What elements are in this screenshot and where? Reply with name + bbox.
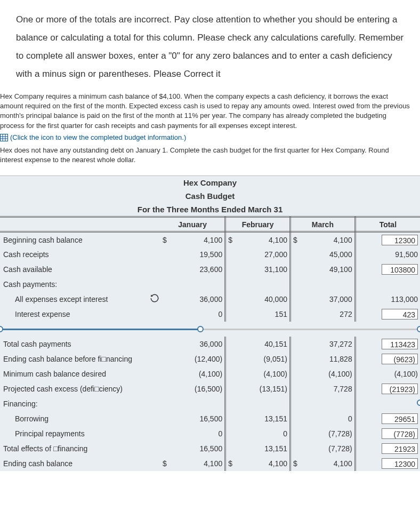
- refresh-icon[interactable]: [150, 293, 159, 303]
- section-slider[interactable]: [0, 325, 420, 333]
- row-principal: Principal repayments 0 0 (7,728) (7728): [0, 426, 420, 441]
- input-proj-total[interactable]: (21923): [382, 384, 418, 394]
- problem-block: Hex Company requires a minimum cash bala…: [0, 92, 420, 165]
- input-tfin-total[interactable]: 21923: [382, 443, 418, 454]
- row-cash-receipts: Cash receipts 19,500 27,000 45,000 91,50…: [0, 247, 420, 262]
- row-interest-expense: Interest expense 0 151 272 423: [0, 307, 420, 322]
- row-all-expenses: All expenses except interest 36,000 40,0…: [0, 292, 420, 307]
- input-end-total[interactable]: 12300: [382, 458, 418, 469]
- col-total: Total: [355, 217, 420, 232]
- row-projected-excess: Projected cash excess (defi□ciency) (16,…: [0, 381, 420, 396]
- slider-knob-icon: [417, 400, 420, 406]
- row-cash-available: Cash available 23,600 31,100 49,100 1038…: [0, 262, 420, 277]
- row-minimum-cash: Minimum cash balance desired (4,100) (4,…: [0, 366, 420, 381]
- row-financing-header: Financing:: [0, 396, 420, 411]
- question-text: One or more of the totals are incorrect.…: [0, 0, 420, 92]
- row-total-financing: Total effects of □financing 16,500 13,15…: [0, 441, 420, 456]
- table-icon: [0, 134, 8, 141]
- input-ebf-total[interactable]: (9623): [382, 354, 418, 364]
- col-january: January: [160, 217, 225, 232]
- input-prin-total[interactable]: (7728): [382, 428, 418, 439]
- input-beg-total[interactable]: 12300: [382, 235, 418, 245]
- row-ending-cash: Ending cash balance $4,100 $4,100 $4,100…: [0, 456, 420, 471]
- problem-p1: Hex Company requires a minimum cash bala…: [0, 92, 411, 131]
- budget-company: Hex Company: [0, 176, 420, 189]
- col-march: March: [290, 217, 355, 232]
- problem-p2: Hex does not have any outstanding debt o…: [0, 146, 411, 165]
- input-avail-total[interactable]: 103800: [382, 264, 418, 275]
- row-borrowing: Borrowing 16,500 13,151 0 29651: [0, 411, 420, 426]
- col-february: February: [225, 217, 290, 232]
- budget-info-link-text: (Click the icon to view the completed bu…: [10, 133, 186, 142]
- cash-budget-table: Hex Company Cash Budget For the Three Mo…: [0, 175, 420, 471]
- input-int-total[interactable]: 423: [382, 309, 418, 320]
- input-bor-total[interactable]: 29651: [382, 413, 418, 424]
- budget-title: Cash Budget: [0, 189, 420, 203]
- budget-info-link[interactable]: (Click the icon to view the completed bu…: [0, 133, 411, 142]
- svg-rect-0: [1, 134, 8, 141]
- budget-period: For the Three Months Ended March 31: [0, 203, 420, 216]
- row-ending-before-financing: Ending cash balance before fi□nancing (1…: [0, 352, 420, 366]
- row-total-payments: Total cash payments 36,000 40,151 37,272…: [0, 337, 420, 352]
- row-beginning-cash: Beginning cash balance $4,100 $4,100 $4,…: [0, 232, 420, 247]
- input-tpay-total[interactable]: 113423: [382, 339, 418, 349]
- row-cash-payments-header: Cash payments:: [0, 277, 420, 292]
